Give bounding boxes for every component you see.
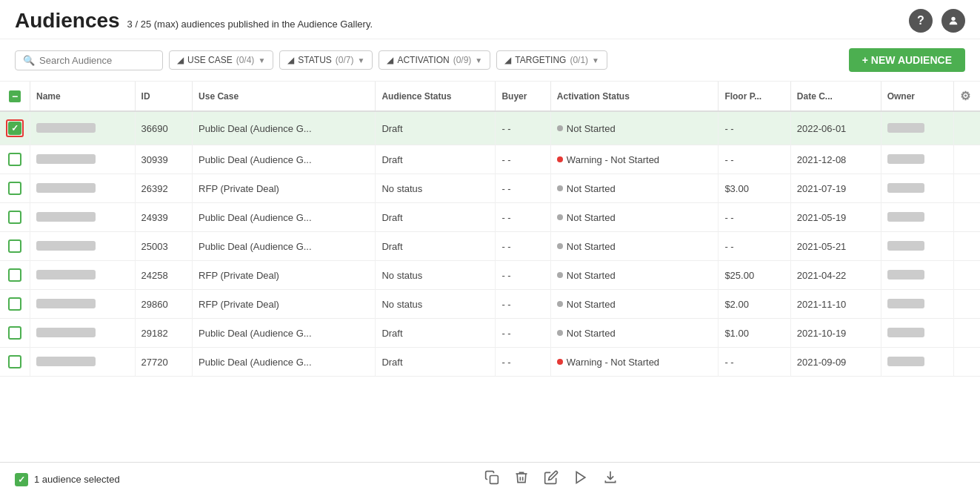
row-id: 29182: [135, 319, 193, 348]
activation-filter-button[interactable]: ◢ ACTIVATION (0/9) ▼: [379, 50, 490, 70]
activation-dot: [557, 301, 563, 307]
table-row[interactable]: 27720 Public Deal (Audience G... Draft -…: [0, 348, 980, 377]
table-row[interactable]: 36690 Public Deal (Audience G... Draft -…: [0, 111, 980, 145]
row-activation-status: Warning - Not Started: [550, 145, 719, 174]
row-checkbox[interactable]: [8, 122, 21, 135]
row-name: [30, 232, 136, 261]
row-extra: [953, 145, 980, 174]
row-checkbox[interactable]: [8, 297, 21, 311]
page-subtitle: 3 / 25 (max) audiences published in the …: [127, 19, 373, 30]
row-checkbox-cell[interactable]: [0, 261, 30, 290]
table-row[interactable]: 25003 Public Deal (Audience G... Draft -…: [0, 232, 980, 261]
row-checkbox-cell[interactable]: [0, 174, 30, 203]
row-checkbox-selected-wrap[interactable]: [6, 119, 24, 137]
row-checkbox-cell[interactable]: [0, 348, 30, 377]
row-buyer: - -: [496, 111, 550, 145]
help-icon[interactable]: ?: [909, 9, 933, 33]
row-name: [30, 203, 136, 232]
col-id: ID: [135, 82, 193, 111]
settings-icon[interactable]: ⚙: [960, 90, 970, 102]
row-checkbox[interactable]: [8, 153, 21, 166]
row-use-case: RFP (Private Deal): [193, 290, 376, 319]
row-floor-price: - -: [719, 348, 790, 377]
row-owner: [881, 348, 953, 377]
row-floor-price: $25.00: [719, 261, 790, 290]
row-id: 30939: [135, 145, 193, 174]
row-buyer: - -: [496, 348, 550, 377]
select-all-header[interactable]: [0, 82, 30, 111]
row-date: 2021-12-08: [790, 145, 881, 174]
search-input[interactable]: [39, 55, 155, 66]
row-floor-price: - -: [719, 203, 790, 232]
activation-dot: [557, 214, 563, 220]
row-name: [30, 348, 136, 377]
table-row[interactable]: 26392 RFP (Private Deal) No status - - N…: [0, 174, 980, 203]
row-floor-price: - -: [719, 111, 790, 145]
row-date: 2021-11-10: [790, 290, 881, 319]
row-audience-status: Draft: [376, 111, 496, 145]
row-buyer: - -: [496, 232, 550, 261]
chevron-down-icon-4: ▼: [592, 56, 599, 65]
row-checkbox[interactable]: [8, 355, 21, 368]
row-checkbox-cell[interactable]: [0, 111, 30, 145]
new-audience-button[interactable]: + NEW AUDIENCE: [849, 48, 965, 72]
row-checkbox-cell[interactable]: [0, 290, 30, 319]
row-checkbox[interactable]: [8, 268, 21, 282]
row-checkbox[interactable]: [8, 239, 21, 253]
activation-dot: [557, 125, 563, 131]
row-id: 26392: [135, 174, 193, 203]
row-date: 2021-07-19: [790, 174, 881, 203]
row-extra: [953, 111, 980, 145]
activation-label: ACTIVATION: [397, 55, 449, 65]
col-floor-price: Floor P...: [719, 82, 790, 111]
row-name: [30, 319, 136, 348]
row-owner: [881, 290, 953, 319]
status-label: STATUS: [298, 55, 332, 65]
row-checkbox[interactable]: [8, 326, 21, 340]
row-checkbox-cell[interactable]: [0, 232, 30, 261]
row-checkbox-cell[interactable]: [0, 145, 30, 174]
row-id: 24258: [135, 261, 193, 290]
col-use-case: Use Case: [193, 82, 376, 111]
row-buyer: - -: [496, 203, 550, 232]
table-row[interactable]: 24939 Public Deal (Audience G... Draft -…: [0, 203, 980, 232]
row-activation-status: Not Started: [550, 111, 719, 145]
row-checkbox[interactable]: [8, 211, 21, 224]
user-icon[interactable]: [941, 9, 965, 33]
row-buyer: - -: [496, 145, 550, 174]
row-activation-status: Not Started: [550, 232, 719, 261]
row-checkbox-cell[interactable]: [0, 203, 30, 232]
table-row[interactable]: 24258 RFP (Private Deal) No status - - N…: [0, 261, 980, 290]
search-box[interactable]: 🔍: [15, 50, 163, 70]
col-name: Name: [30, 82, 136, 111]
table-row[interactable]: 29860 RFP (Private Deal) No status - - N…: [0, 290, 980, 319]
table-row[interactable]: 29182 Public Deal (Audience G... Draft -…: [0, 319, 980, 348]
row-audience-status: Draft: [376, 348, 496, 377]
col-settings[interactable]: ⚙: [953, 82, 980, 111]
row-checkbox-cell[interactable]: [0, 319, 30, 348]
row-use-case: Public Deal (Audience G...: [193, 145, 376, 174]
use-case-filter-button[interactable]: ◢ USE CASE (0/4) ▼: [169, 50, 273, 70]
table-row[interactable]: 30939 Public Deal (Audience G... Draft -…: [0, 145, 980, 174]
select-all-checkbox[interactable]: [9, 90, 21, 102]
row-extra: [953, 261, 980, 290]
row-id: 36690: [135, 111, 193, 145]
targeting-label: TARGETING: [515, 55, 566, 65]
row-owner: [881, 232, 953, 261]
row-buyer: - -: [496, 261, 550, 290]
row-owner: [881, 261, 953, 290]
col-activation-status: Activation Status: [550, 82, 719, 111]
row-use-case: Public Deal (Audience G...: [193, 111, 376, 145]
row-date: 2021-09-09: [790, 348, 881, 377]
activation-dot: [557, 359, 563, 365]
row-date: 2022-06-01: [790, 111, 881, 145]
status-filter-button[interactable]: ◢ STATUS (0/7) ▼: [279, 50, 373, 70]
row-extra: [953, 174, 980, 203]
row-activation-status: Not Started: [550, 261, 719, 290]
row-checkbox[interactable]: [8, 182, 21, 195]
row-buyer: - -: [496, 174, 550, 203]
row-date: 2021-04-22: [790, 261, 881, 290]
targeting-filter-button[interactable]: ◢ TARGETING (0/1) ▼: [496, 50, 607, 70]
activation-dot: [557, 243, 563, 249]
col-buyer: Buyer: [496, 82, 550, 111]
